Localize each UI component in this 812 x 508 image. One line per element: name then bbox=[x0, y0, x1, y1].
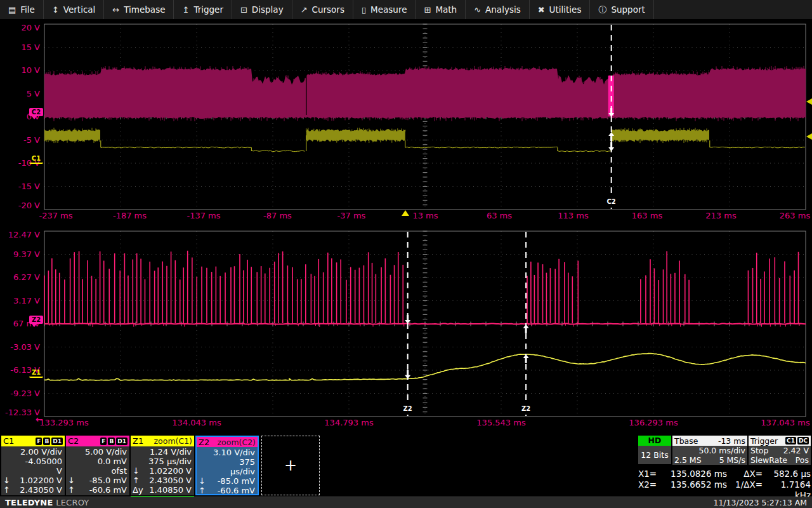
trigger-level: 2.42 V bbox=[783, 446, 809, 455]
timebase-box[interactable]: Tbase -13 ms 50.0 ms/div 2.5 MS5 MS/s bbox=[672, 436, 747, 465]
y-tick-label: 5 V bbox=[27, 89, 40, 98]
menu-file-label: File bbox=[20, 4, 35, 15]
trigger-type: SlewRate bbox=[750, 455, 787, 465]
readout-glyph bbox=[68, 447, 82, 457]
menu-support[interactable]: ⓘSupport bbox=[590, 0, 653, 19]
trace-label-c2[interactable]: C2 bbox=[29, 108, 43, 116]
readout-glyph bbox=[68, 457, 82, 476]
readout-value: 0.0 mV ofst bbox=[82, 457, 127, 476]
utilities-icon: ✖ bbox=[538, 6, 545, 14]
readout-glyph: ↓ bbox=[133, 466, 147, 476]
readout-value: -60.6 mV bbox=[213, 486, 255, 495]
display-icon: ⊡ bbox=[240, 6, 247, 14]
timebase-samples: 2.5 MS bbox=[674, 455, 702, 465]
menu-utilities-label: Utilities bbox=[549, 4, 582, 15]
main-waveform-grid[interactable]: C2 bbox=[44, 23, 806, 210]
trigger-slope: Pos bbox=[796, 455, 809, 465]
readout-value: 375 µs/div bbox=[213, 457, 255, 476]
menu-vertical[interactable]: ↕Vertical bbox=[44, 0, 104, 19]
menu-file[interactable]: ▤File bbox=[0, 0, 44, 19]
descriptor-badge-b: B bbox=[43, 438, 50, 445]
menu-timebase-label: Timebase bbox=[124, 4, 165, 15]
menu-cursors[interactable]: ↗Cursors bbox=[292, 0, 353, 19]
brand-logo: TELEDYNE LECROY bbox=[5, 498, 89, 507]
hscroll-left-arrow-icon[interactable]: ← bbox=[36, 414, 43, 424]
x-tick-label: 134.793 ms bbox=[324, 418, 373, 427]
descriptor-badge-d1: D1 bbox=[116, 438, 128, 445]
readout-value: 375 µs/div bbox=[147, 457, 192, 466]
y-tick-label: -20 V bbox=[18, 201, 40, 210]
descriptor-box-z2[interactable]: Z2zoom(C2)3.10 V/div375 µs/div↓-85.0 mV↑… bbox=[195, 436, 259, 495]
x-tick-label: 63 ms bbox=[487, 211, 512, 220]
y-tick-label: 9.37 V bbox=[13, 250, 40, 259]
x-tick-label: -87 ms bbox=[263, 211, 292, 220]
readout-glyph: Δy bbox=[133, 485, 147, 495]
add-trace-tile[interactable]: + bbox=[261, 436, 320, 495]
descriptor-source: zoom(C1) bbox=[154, 436, 192, 446]
readout-value: -85.0 mV bbox=[213, 476, 255, 486]
readout-glyph bbox=[199, 457, 213, 476]
trigger-title: Trigger bbox=[750, 436, 778, 446]
x-tick-label: -137 ms bbox=[187, 211, 220, 220]
trace-label-z1[interactable]: Z1 bbox=[29, 368, 43, 378]
menu-analysis[interactable]: ∿Analysis bbox=[466, 0, 530, 19]
descriptor-box-c1[interactable]: C1FBD12.00 V/div-4.05000 V↓1.02200 V↑2.4… bbox=[1, 436, 65, 495]
descriptor-badge-f: F bbox=[36, 438, 42, 445]
timebase-rate: 5 MS/s bbox=[719, 455, 745, 465]
readout-value: -85.0 mV bbox=[82, 476, 127, 485]
trace-label-c1[interactable]: C1 bbox=[29, 154, 43, 164]
menu-utilities[interactable]: ✖Utilities bbox=[530, 0, 591, 19]
y-tick-label: 3.17 V bbox=[13, 296, 40, 305]
descriptor-box-z1[interactable]: Z1zoom(C1)1.24 V/div375 µs/div↓1.02200 V… bbox=[131, 436, 194, 495]
trigger-position-marker[interactable] bbox=[402, 210, 409, 216]
dx-label: ΔX= bbox=[727, 469, 763, 479]
readout-glyph: ↓ bbox=[68, 476, 82, 485]
menu-trigger[interactable]: ↥Trigger bbox=[174, 0, 232, 19]
menu-math-label: Math bbox=[435, 4, 457, 15]
menu-vertical-label: Vertical bbox=[63, 4, 96, 15]
hd-title: HD bbox=[638, 436, 671, 446]
zoom-waveform-grid[interactable]: Z2Z2 bbox=[44, 231, 806, 417]
readout-glyph bbox=[133, 457, 147, 466]
y-tick-label: 12.47 V bbox=[8, 230, 40, 239]
vertical-icon: ↕ bbox=[52, 6, 59, 14]
readout-glyph: ↓ bbox=[3, 476, 17, 485]
trace-label-z2[interactable]: Z2 bbox=[29, 316, 43, 324]
menu-math[interactable]: ⊞Math bbox=[416, 0, 466, 19]
readout-value: 5.00 V/div bbox=[82, 447, 127, 457]
readout-glyph: ↑ bbox=[68, 485, 82, 495]
readout-value: 3.10 V/div bbox=[213, 448, 255, 457]
y-tick-label: -5 V bbox=[23, 135, 40, 145]
trigger-mode: Stop bbox=[750, 446, 768, 455]
menu-cursors-label: Cursors bbox=[312, 4, 344, 15]
y-tick-label: -15 V bbox=[18, 182, 40, 191]
readout-glyph bbox=[199, 448, 213, 457]
menu-display[interactable]: ⊡Display bbox=[232, 0, 292, 19]
datetime: 11/13/2023 5:27:13 AM bbox=[713, 498, 807, 507]
trace-zero-marker bbox=[32, 324, 37, 327]
descriptor-badge-b: B bbox=[108, 438, 115, 445]
y-tick-label: 6.27 V bbox=[13, 272, 40, 282]
menu-bar: ▤File↕Vertical↔Timebase↥Trigger⊡Display↗… bbox=[0, 0, 812, 20]
menu-display-label: Display bbox=[252, 4, 284, 15]
readout-glyph bbox=[133, 447, 147, 457]
menu-timebase[interactable]: ↔Timebase bbox=[104, 0, 174, 19]
readout-value: -60.6 mV bbox=[82, 485, 127, 495]
x-tick-label: 13 ms bbox=[412, 211, 438, 220]
hd-acquisition-box[interactable]: HD 12 Bits bbox=[638, 436, 671, 464]
trigger-box[interactable]: Trigger C1DC Stop2.42 V SlewRatePos bbox=[749, 436, 811, 465]
menu-measure[interactable]: ▯Measure bbox=[353, 0, 416, 19]
x-tick-label: 263 ms bbox=[780, 211, 810, 220]
menu-analysis-label: Analysis bbox=[485, 4, 521, 15]
y-tick-label: -9.23 V bbox=[10, 389, 40, 398]
math-icon: ⊞ bbox=[424, 6, 431, 14]
x-tick-label: -37 ms bbox=[337, 211, 366, 220]
x-tick-label: 133.293 ms bbox=[39, 418, 88, 427]
timebase-icon: ↔ bbox=[112, 6, 119, 14]
descriptor-box-c2[interactable]: C2FBD15.00 V/div0.0 mV ofst↓-85.0 mV↑-60… bbox=[66, 436, 129, 495]
x1-label: X1= bbox=[638, 469, 662, 479]
readout-value: 1.40850 V bbox=[147, 485, 192, 495]
x-tick-label: 136.293 ms bbox=[629, 418, 678, 427]
readout-value: 1.24 V/div bbox=[147, 447, 192, 457]
menu-support-label: Support bbox=[611, 4, 645, 15]
